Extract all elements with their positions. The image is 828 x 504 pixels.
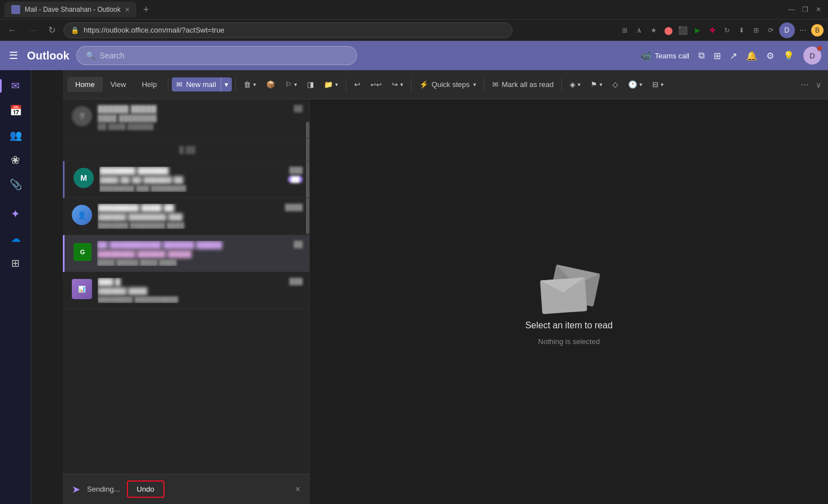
address-bar-row: ← → ↻ 🔒 https://outlook.office.com/mail/…	[0, 20, 828, 41]
delete-button[interactable]: 🗑 ▾	[239, 77, 260, 91]
tab-close-button[interactable]: ×	[125, 5, 130, 14]
mail-preview: ████████ ███ ████████	[99, 185, 282, 192]
maximize-button[interactable]: ❐	[800, 4, 810, 15]
browser-tab[interactable]: Mail - Dave Shanahan - Outlook ×	[4, 2, 136, 17]
search-icon: 🔍	[86, 51, 95, 60]
sidebar-item-copilot[interactable]: ✦	[4, 203, 27, 225]
sidebar-item-attachments[interactable]: 📎	[4, 173, 27, 196]
ext-icon-10[interactable]: ⊞	[750, 24, 762, 36]
reading-pane: Select an item to read Nothing is select…	[310, 99, 828, 504]
sidebar-item-calendar[interactable]: 📅	[4, 99, 27, 122]
address-bar[interactable]: 🔒 https://outlook.office.com/mail/?actSw…	[63, 22, 513, 38]
ext-icon-5[interactable]: ⬛	[677, 24, 689, 36]
settings-icon[interactable]: ⚙	[766, 51, 774, 61]
ext-icon-6[interactable]: ▶	[692, 24, 704, 36]
mail-item[interactable]: 👤 ████████ ████ ██ ██████ ████████ ███ █…	[63, 198, 309, 235]
sidebar-item-groups[interactable]: ❀	[4, 149, 27, 171]
ribbon-more-button[interactable]: ···	[797, 76, 812, 93]
ext-icon-11[interactable]: ⟳	[765, 24, 777, 36]
browser-menu-button[interactable]: ···	[797, 24, 809, 36]
ext-icon-2[interactable]: 𝐀	[633, 24, 646, 36]
ribbon-separator-4	[411, 78, 411, 91]
back-button[interactable]: ←	[4, 23, 20, 38]
teams-call-button[interactable]: 📹 Teams call	[641, 51, 689, 61]
mail-item[interactable]: G ██ ██████████ ██████ █████ ████████ ██…	[63, 235, 309, 272]
multi-window-icon[interactable]: ⧉	[698, 51, 705, 61]
ext-icon-3[interactable]: ★	[648, 24, 660, 36]
mail-sender: ████████ ████ ██	[98, 204, 280, 212]
report-dropdown-icon: ▾	[294, 81, 297, 88]
mail-item[interactable]: 📊 ███ █ ██████ ████ ████████ ██████████ …	[63, 272, 309, 309]
mail-preview: ██ ████ ██████	[98, 123, 288, 130]
mail-content: ████████ ████ ██ ██████ ████████ ███ ███…	[98, 204, 280, 229]
lock-icon: 🔒	[71, 26, 79, 34]
ext-icon-4[interactable]: ⬤	[662, 24, 675, 36]
time-button[interactable]: 🕐 ▾	[624, 77, 647, 91]
profile-avatar[interactable]: D	[779, 22, 795, 38]
quick-steps-button[interactable]: ⚡ Quick steps ▾	[415, 77, 481, 91]
lightbulb-icon[interactable]: 💡	[783, 51, 794, 61]
ext-icon-8[interactable]: ↻	[721, 24, 733, 36]
user-avatar[interactable]: D	[803, 47, 821, 65]
flag-button[interactable]: ⚑ ▾	[586, 77, 607, 91]
category-button[interactable]: ◈ ▾	[565, 77, 585, 91]
attachment-icon: 📎	[10, 178, 22, 191]
forward-button[interactable]: →	[25, 23, 40, 38]
tab-home[interactable]: Home	[67, 77, 103, 92]
mail-content: ███ █ ██████ ████ ████████ ██████████	[98, 278, 284, 303]
notifications-icon[interactable]: 🔔	[746, 51, 757, 61]
quick-steps-label: Quick steps	[432, 80, 470, 89]
redo-button[interactable]: ↪ ▾	[387, 77, 408, 91]
sending-text: Sending...	[87, 485, 120, 493]
sidebar-item-mail[interactable]: ✉	[4, 75, 27, 97]
new-mail-dropdown-button[interactable]: ▾	[221, 77, 232, 91]
move-button[interactable]: 📁 ▾	[319, 77, 342, 91]
ribbon-separator-5	[484, 78, 484, 91]
mail-sender: ██████ █████	[98, 105, 288, 113]
report-button[interactable]: ⚐ ▾	[281, 77, 301, 91]
new-tab-button[interactable]: +	[140, 4, 153, 16]
ext-icon-1[interactable]: ⊞	[619, 24, 631, 36]
undo-all-button[interactable]: ↩↩	[366, 78, 386, 91]
ribbon-separator-6	[561, 78, 562, 91]
view-button[interactable]: ⊟ ▾	[648, 77, 668, 91]
tab-help[interactable]: Help	[134, 77, 165, 92]
mail-item[interactable]: ? ██████ █████ ████ ████████ ██ ████ ███…	[63, 99, 309, 139]
archive-button[interactable]: 📦	[262, 77, 280, 91]
sidebar-item-onedrive[interactable]: ☁	[4, 227, 27, 250]
quick-steps-icon: ⚡	[419, 80, 428, 89]
mail-content: ██████ █████ ████ ████████ ██ ████ █████…	[98, 105, 288, 130]
ribbon-expand-button[interactable]: ∨	[813, 78, 824, 91]
mail-icon: ✉	[11, 80, 20, 92]
reload-button[interactable]: ↻	[45, 22, 59, 38]
hamburger-menu-button[interactable]: ☰	[7, 47, 20, 64]
sidebar-item-apps[interactable]: ⊞	[4, 252, 27, 274]
mail-separator: █ ██	[179, 146, 195, 154]
share-icon[interactable]: ↗	[730, 51, 737, 61]
undo-button[interactable]: ↩	[350, 77, 365, 91]
close-toast-button[interactable]: ×	[295, 484, 300, 494]
sidebar-item-people[interactable]: 👥	[4, 124, 27, 146]
mail-item[interactable]: █ ██	[63, 139, 309, 161]
tab-view[interactable]: View	[103, 77, 134, 92]
search-bar[interactable]: 🔍 Search	[76, 46, 357, 65]
sweep-button[interactable]: ◨	[303, 77, 318, 91]
brave-icon[interactable]: B	[811, 24, 824, 36]
minimize-button[interactable]: —	[786, 4, 797, 15]
mark-all-read-button[interactable]: ✉ Mark all as read	[488, 77, 558, 91]
apps-icon[interactable]: ⊞	[713, 51, 721, 61]
new-mail-button[interactable]: ✉ New mail	[172, 77, 220, 91]
content-area: ? ██████ █████ ████ ████████ ██ ████ ███…	[63, 99, 828, 504]
mail-subject: ████ ██ ██ ██████ ██	[99, 176, 282, 184]
rules-button[interactable]: ◇	[608, 77, 623, 91]
outlook-app: ✉ 📅 👥 ❀ 📎 ✦ ☁ ⊞ Home View Hel	[0, 41, 828, 504]
ext-icon-9[interactable]: ⬇	[735, 24, 748, 36]
ext-icon-7[interactable]: ✤	[706, 24, 719, 36]
mail-item[interactable]: M ███████ ██████ ████ ██ ██ ██████ ██ ██…	[63, 161, 309, 198]
close-button[interactable]: ✕	[813, 4, 824, 15]
new-mail-chevron-icon: ▾	[225, 80, 228, 89]
mail-list-scroll[interactable]: ? ██████ █████ ████ ████████ ██ ████ ███…	[63, 99, 309, 504]
mark-all-read-label: Mark all as read	[502, 80, 553, 89]
undo-button[interactable]: Undo	[127, 480, 164, 498]
ribbon-separator-1	[168, 78, 168, 91]
